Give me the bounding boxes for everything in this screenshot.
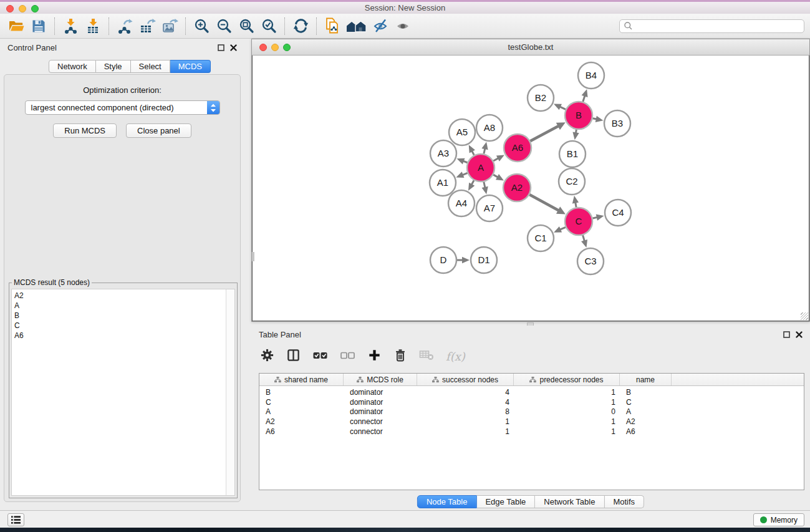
graph-edge-B-B1[interactable] [572, 130, 579, 140]
mcds-result-item[interactable]: A2 [14, 291, 225, 301]
graph-node-A4[interactable]: A4 [448, 190, 475, 216]
network-minimize-button[interactable] [271, 44, 279, 51]
graph-edge-D-D1[interactable] [457, 257, 470, 263]
zoom-in-button[interactable] [190, 16, 213, 36]
graph-node-A[interactable]: A [467, 154, 494, 181]
table-row[interactable]: A6connector11A6 [259, 427, 804, 437]
search-input[interactable] [633, 22, 804, 31]
graph-edge-A-A5[interactable] [469, 145, 475, 155]
graph-node-B2[interactable]: B2 [528, 85, 554, 111]
open-file-button[interactable] [5, 16, 27, 36]
graph-node-A7[interactable]: A7 [476, 195, 503, 221]
minimize-window-button[interactable] [19, 5, 26, 12]
delete-table-button[interactable] [419, 349, 434, 364]
graph-node-B1[interactable]: B1 [559, 141, 586, 167]
graph-node-C[interactable]: C [565, 208, 592, 235]
graph-edge-B-B2[interactable] [554, 104, 566, 110]
graph-node-A3[interactable]: A3 [430, 140, 456, 167]
refresh-layout-button[interactable] [289, 16, 312, 36]
graph-node-D[interactable]: D [430, 247, 456, 273]
zoom-fit-button[interactable] [235, 16, 258, 36]
float-table-panel-icon[interactable] [783, 331, 790, 338]
home-view-button[interactable] [344, 16, 370, 36]
network-close-button[interactable] [259, 44, 267, 51]
search-field[interactable] [619, 19, 804, 33]
mcds-result-item[interactable]: A6 [14, 331, 225, 341]
function-builder-button[interactable]: f(x) [446, 350, 465, 363]
graph-edge-C-C4[interactable] [592, 215, 604, 221]
mcds-result-item[interactable]: C [14, 321, 225, 331]
unselect-all-columns-button[interactable] [340, 348, 355, 365]
zoom-window-button[interactable] [31, 5, 39, 12]
graph-node-B4[interactable]: B4 [578, 62, 604, 89]
graph-node-A2[interactable]: A2 [503, 174, 531, 201]
graph-edge-C-C3[interactable] [581, 235, 587, 248]
graph-edge-A-A2[interactable] [493, 174, 504, 180]
graph-node-C1[interactable]: C1 [528, 225, 554, 251]
memory-button[interactable]: Memory [753, 513, 804, 526]
graph-edge-A-A7[interactable] [482, 181, 488, 194]
column-header-shared-name[interactable]: shared name [259, 374, 344, 385]
graph-node-D1[interactable]: D1 [471, 247, 497, 273]
delete-column-button[interactable] [393, 348, 407, 365]
table-row[interactable]: Cdominator41C [259, 398, 804, 408]
close-window-button[interactable] [6, 5, 14, 12]
network-window-titlebar[interactable]: testGlobe.txt [252, 39, 809, 56]
tab-select[interactable]: Select [131, 60, 170, 73]
table-row[interactable]: Adominator80A [259, 407, 804, 417]
export-table-button[interactable] [136, 16, 158, 36]
graph-edge-A-A8[interactable] [481, 142, 488, 153]
resize-grip[interactable] [801, 312, 808, 320]
graph-node-A6[interactable]: A6 [504, 134, 531, 162]
add-column-button[interactable] [367, 348, 382, 365]
graph-edge-A-A1[interactable] [456, 172, 467, 178]
graph-edge-A6-B[interactable] [530, 122, 565, 141]
graph-edge-A2-C[interactable] [529, 195, 566, 214]
duplicate-network-button[interactable] [321, 16, 344, 36]
close-table-panel-icon[interactable] [796, 331, 803, 338]
graph-edge-C-C1[interactable] [554, 226, 566, 233]
network-vscroll-thumb[interactable] [252, 252, 254, 261]
show-annotations-button[interactable] [392, 16, 415, 36]
graph-edge-B-B3[interactable] [593, 116, 604, 122]
graph-edge-A-A6[interactable] [493, 155, 504, 161]
table-row[interactable]: A2connector11A2 [259, 417, 804, 427]
column-header-predecessor-nodes[interactable]: predecessor nodes [514, 374, 620, 385]
graph-node-C2[interactable]: C2 [559, 168, 585, 195]
zoom-out-button[interactable] [213, 16, 235, 36]
graph-edge-A-A4[interactable] [468, 180, 475, 191]
tab-edge-table[interactable]: Edge Table [476, 495, 535, 508]
select-all-columns-button[interactable] [312, 348, 328, 365]
mcds-result-item[interactable]: A [14, 301, 225, 311]
column-header-MCDS-role[interactable]: MCDS role [344, 374, 417, 385]
graph-node-C4[interactable]: C4 [605, 200, 631, 226]
run-mcds-button[interactable]: Run MCDS [53, 123, 117, 138]
show-columns-button[interactable] [286, 348, 301, 365]
table-settings-button[interactable] [260, 348, 274, 365]
tab-network[interactable]: Network [49, 60, 96, 73]
graph-node-A5[interactable]: A5 [449, 119, 475, 145]
close-panel-button[interactable]: Close panel [126, 123, 191, 138]
column-header-name[interactable]: name [620, 374, 672, 385]
column-header-successor-nodes[interactable]: successor nodes [417, 374, 514, 385]
save-session-button[interactable] [27, 16, 50, 36]
mcds-result-item[interactable]: B [14, 311, 225, 321]
graph-node-B[interactable]: B [565, 102, 592, 129]
graph-edge-A-A3[interactable] [456, 158, 467, 165]
float-panel-icon[interactable] [218, 44, 224, 51]
tab-motifs[interactable]: Motifs [604, 495, 644, 508]
tab-node-table[interactable]: Node Table [417, 495, 477, 508]
graph-edge-C-C2[interactable] [572, 196, 579, 208]
graph-node-A8[interactable]: A8 [476, 115, 503, 141]
export-network-button[interactable] [113, 16, 136, 36]
node-table[interactable]: shared nameMCDS rolesuccessor nodesprede… [259, 373, 804, 490]
graph-node-A1[interactable]: A1 [430, 170, 456, 196]
graph-node-B3[interactable]: B3 [604, 110, 630, 137]
graph-node-C3[interactable]: C3 [577, 248, 604, 274]
network-zoom-button[interactable] [283, 44, 291, 51]
table-row[interactable]: Bdominator41B [259, 388, 804, 398]
result-scrollbar[interactable] [226, 289, 234, 495]
hide-annotations-button[interactable] [370, 16, 392, 36]
tab-network-table[interactable]: Network Table [535, 495, 604, 508]
optimization-criterion-select[interactable]: largest connected component (directed) [25, 100, 220, 115]
